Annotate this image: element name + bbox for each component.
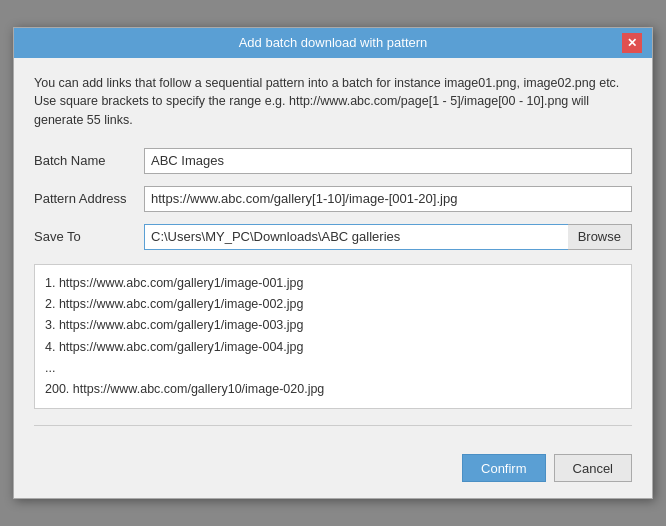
save-to-row: Save To Browse: [34, 224, 632, 250]
pattern-address-input[interactable]: [144, 186, 632, 212]
preview-line-3: 3. https://www.abc.com/gallery1/image-00…: [45, 315, 621, 336]
pattern-address-label: Pattern Address: [34, 191, 144, 206]
add-batch-dialog: Add batch download with pattern ✕ You ca…: [13, 27, 653, 500]
dialog-body: You can add links that follow a sequenti…: [14, 58, 652, 455]
preview-line-2: 2. https://www.abc.com/gallery1/image-00…: [45, 294, 621, 315]
title-bar: Add batch download with pattern ✕: [14, 28, 652, 58]
close-button[interactable]: ✕: [622, 33, 642, 53]
confirm-button[interactable]: Confirm: [462, 454, 546, 482]
pattern-address-row: Pattern Address: [34, 186, 632, 212]
preview-line-1: 1. https://www.abc.com/gallery1/image-00…: [45, 273, 621, 294]
description-text: You can add links that follow a sequenti…: [34, 74, 632, 130]
cancel-button[interactable]: Cancel: [554, 454, 632, 482]
preview-line-ellipsis: ...: [45, 358, 621, 379]
preview-area: 1. https://www.abc.com/gallery1/image-00…: [34, 264, 632, 410]
batch-name-label: Batch Name: [34, 153, 144, 168]
batch-name-row: Batch Name: [34, 148, 632, 174]
browse-button[interactable]: Browse: [568, 224, 632, 250]
batch-name-input[interactable]: [144, 148, 632, 174]
preview-line-last: 200. https://www.abc.com/gallery10/image…: [45, 379, 621, 400]
save-to-input[interactable]: [144, 224, 568, 250]
footer-divider: [34, 425, 632, 426]
dialog-footer: Confirm Cancel: [14, 454, 652, 498]
dialog-title: Add batch download with pattern: [44, 35, 622, 50]
save-to-label: Save To: [34, 229, 144, 244]
preview-line-4: 4. https://www.abc.com/gallery1/image-00…: [45, 337, 621, 358]
